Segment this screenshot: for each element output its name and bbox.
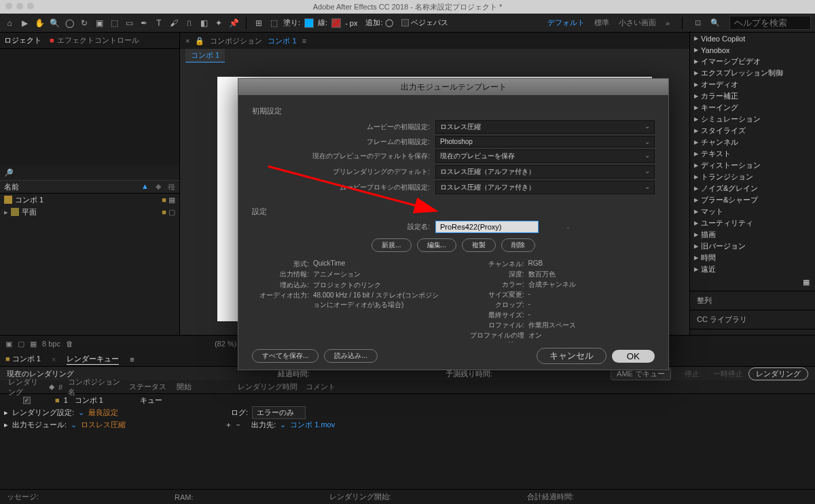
lock-icon[interactable]: 🔒 xyxy=(195,37,204,46)
effect-category[interactable]: ▶時間 xyxy=(690,252,815,264)
ok-button[interactable]: OK xyxy=(612,350,655,363)
trash-icon[interactable]: 🗑 xyxy=(66,340,73,348)
effect-category[interactable]: ▶Video Copilot xyxy=(690,33,815,44)
default-dropdown[interactable]: ロスレス圧縮（アルファ付き） xyxy=(435,181,655,194)
puppet-tool-icon[interactable]: 📌 xyxy=(228,18,239,29)
effect-category[interactable]: ▶Yanobox xyxy=(690,44,815,56)
effect-category[interactable]: ▶オーディオ xyxy=(690,79,815,90)
dropdown-icon[interactable]: ⌄ xyxy=(71,420,77,429)
workspace-small[interactable]: 小さい画面 xyxy=(619,18,656,28)
tab-project[interactable]: ロジェクト xyxy=(4,35,41,46)
effect-category[interactable]: ▶ディストーション xyxy=(690,160,815,171)
bezier-checkbox[interactable]: ベジェパス xyxy=(401,18,448,28)
shape-tool-icon[interactable]: ▭ xyxy=(124,18,134,29)
new-comp-icon[interactable]: ▦ xyxy=(30,340,37,348)
disclosure-icon[interactable]: ▸ xyxy=(4,208,8,217)
panel-tab[interactable]: CC ライブラリ xyxy=(690,312,815,327)
project-drop-area[interactable] xyxy=(0,49,179,166)
default-dropdown[interactable]: Photoshop xyxy=(435,136,655,147)
effect-category[interactable]: ▶ユーティリティ xyxy=(690,217,815,229)
pen-tool-icon[interactable]: ✒ xyxy=(139,18,149,29)
project-settings-icon[interactable]: ▣ xyxy=(5,340,12,348)
traffic-lights[interactable] xyxy=(5,3,34,10)
effect-category[interactable]: ▶イマーシブビデオ xyxy=(690,56,815,67)
render-button[interactable]: レンダリング xyxy=(748,367,808,380)
render-item-row[interactable]: ✓ ■ 1 コンポ 1 キュー xyxy=(0,394,815,406)
add-mode[interactable]: 追加: ◯ xyxy=(361,18,397,28)
brush-tool-icon[interactable]: 🖌 xyxy=(168,18,179,29)
close-tab-icon[interactable]: × xyxy=(185,37,189,45)
fill-swatch[interactable] xyxy=(304,18,314,28)
zoom-level[interactable]: (82 %) xyxy=(215,340,236,348)
default-dropdown[interactable]: 現在のプレビューを保存 xyxy=(435,149,655,163)
project-item-solid-folder[interactable]: ▸ 平面 ■ ▢ xyxy=(0,206,179,218)
effect-category[interactable]: ▶スタイライズ xyxy=(690,125,815,137)
roto-tool-icon[interactable]: ✦ xyxy=(213,18,224,29)
workspace-default[interactable]: デフォルト xyxy=(547,18,585,28)
dropdown-icon[interactable]: ⌄ xyxy=(78,408,84,417)
stroke-width[interactable]: - px xyxy=(345,19,357,27)
rotate-tool-icon[interactable]: ↻ xyxy=(79,18,90,29)
panel-tab[interactable]: 整列 xyxy=(690,293,815,308)
output-dest-link[interactable]: コンポ 1.mov xyxy=(290,420,335,430)
effect-category[interactable]: ▶ノイズ&グレイン xyxy=(690,183,815,194)
effect-category[interactable]: ▶描画 xyxy=(690,229,815,240)
render-checkbox[interactable]: ✓ xyxy=(23,397,31,404)
effect-category[interactable]: ▶シミュレーション xyxy=(690,113,815,125)
orbit-tool-icon[interactable]: ◯ xyxy=(64,18,75,29)
eraser-tool-icon[interactable]: ◧ xyxy=(198,18,209,29)
pan-behind-icon[interactable]: ⬚ xyxy=(109,18,120,29)
add-output-button[interactable]: ＋ － xyxy=(225,420,242,430)
text-tool-icon[interactable]: T xyxy=(153,18,164,29)
bpc-label[interactable]: 8 bpc xyxy=(42,340,60,348)
home-icon[interactable]: ⌂ xyxy=(4,18,15,29)
effect-category[interactable]: ▶カラー補正 xyxy=(690,90,815,102)
template-action-button[interactable]: 新規... xyxy=(372,238,411,252)
col-triangle-icon[interactable]: ▲ xyxy=(141,182,149,192)
tab-comp-timeline[interactable]: ■ コンポ 1 xyxy=(5,354,41,364)
project-item-comp[interactable]: コンポ 1 ■ ▦ xyxy=(0,194,179,206)
template-action-button[interactable]: 編集... xyxy=(417,238,456,252)
close-icon[interactable] xyxy=(5,3,12,10)
effect-category[interactable]: ▶キーイング xyxy=(690,102,815,113)
panel-tab[interactable]: 文字 xyxy=(690,331,815,335)
zoom-tool-icon[interactable]: 🔍 xyxy=(49,18,60,29)
workspace-more-icon[interactable]: » xyxy=(666,19,670,27)
effect-category[interactable]: ▶トランジション xyxy=(690,171,815,183)
cancel-button[interactable]: キャンセル xyxy=(537,348,606,364)
tab-render-queue[interactable]: レンダーキュー xyxy=(67,354,119,365)
disclosure-icon[interactable]: ▸ xyxy=(4,408,8,417)
panel-menu-icon[interactable]: ⊡ xyxy=(695,18,701,27)
tab-effect-controls[interactable]: ■エフェクトコントロール xyxy=(50,35,139,46)
setting-name-input[interactable] xyxy=(435,221,539,233)
comp-name[interactable]: コンポ 1 xyxy=(268,36,296,46)
effect-category[interactable]: ▶旧バージョン xyxy=(690,240,815,252)
save-all-button[interactable]: すべてを保存... xyxy=(252,349,319,363)
effect-category[interactable]: ▶ブラー&シャープ xyxy=(690,194,815,206)
workspace-standard[interactable]: 標準 xyxy=(594,18,609,28)
maximize-icon[interactable] xyxy=(27,3,34,10)
grid-icon[interactable]: ⊞ xyxy=(253,18,264,29)
comp-subtab[interactable]: コンポ 1 xyxy=(180,49,689,62)
new-folder-icon[interactable]: ▢ xyxy=(18,340,24,348)
effect-category[interactable]: ▶マット xyxy=(690,206,815,217)
panel-menu-icon[interactable]: ≡ xyxy=(130,355,134,363)
minimize-icon[interactable] xyxy=(16,3,23,10)
template-action-button[interactable]: 削除 xyxy=(501,238,535,252)
disclosure-icon[interactable]: ▸ xyxy=(4,420,8,429)
camera-tool-icon[interactable]: ▣ xyxy=(94,18,105,29)
output-module-link[interactable]: ロスレス圧縮 xyxy=(81,420,126,430)
stroke-swatch[interactable] xyxy=(331,18,341,28)
render-settings-link[interactable]: 最良設定 xyxy=(88,408,118,418)
help-search-input[interactable] xyxy=(729,16,811,30)
col-type-icon[interactable]: ◆ xyxy=(156,182,161,192)
load-button[interactable]: 読み込み... xyxy=(324,349,377,363)
effect-category[interactable]: ▶チャンネル xyxy=(690,137,815,148)
effect-category[interactable]: ▶遠近 xyxy=(690,264,815,275)
effect-category[interactable]: ▶テキスト xyxy=(690,148,815,160)
name-header[interactable]: 名前 ▲◆種 xyxy=(0,180,179,194)
hand-tool-icon[interactable]: ✋ xyxy=(34,18,45,29)
selection-tool-icon[interactable]: ▶ xyxy=(19,18,30,29)
dropdown-icon[interactable]: ⌄ xyxy=(280,420,286,429)
log-dropdown[interactable]: エラーのみ xyxy=(252,406,306,419)
